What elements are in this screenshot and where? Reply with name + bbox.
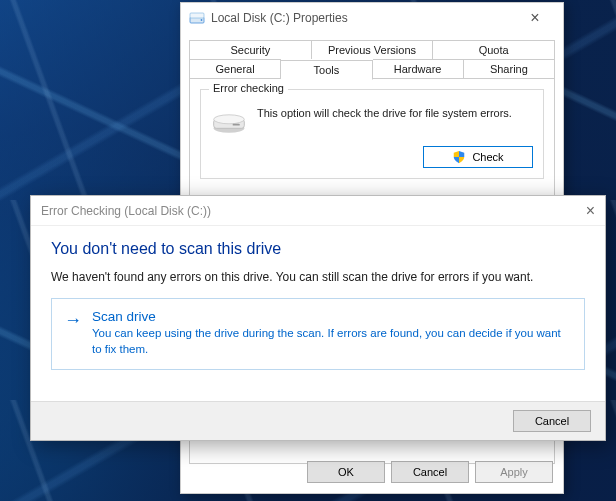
dialog-heading: You don't need to scan this drive [51,240,585,258]
scan-drive-desc: You can keep using the drive during the … [92,326,572,357]
error-checking-group: Error checking This option will check th… [200,89,544,179]
dialog-cancel-button[interactable]: Cancel [513,410,591,432]
scan-drive-option[interactable]: → Scan drive You can keep using the driv… [51,298,585,370]
tab-tools[interactable]: Tools [281,60,372,80]
svg-point-2 [201,19,203,21]
tab-previous-versions[interactable]: Previous Versions [312,40,434,59]
check-button-label: Check [472,151,503,163]
scan-drive-title: Scan drive [92,309,572,324]
disk-drive-icon [211,108,247,136]
shield-icon [452,150,466,164]
tab-security[interactable]: Security [189,40,312,59]
dialog-footer: Cancel [31,401,605,440]
dialog-message: We haven't found any errors on this driv… [51,270,585,284]
dialog-titlebar[interactable]: Error Checking (Local Disk (C:)) × [31,196,605,226]
error-checking-legend: Error checking [209,82,288,94]
ok-button[interactable]: OK [307,461,385,483]
arrow-right-icon: → [64,311,82,357]
error-checking-dialog: Error Checking (Local Disk (C:)) × You d… [30,195,606,441]
tabstrip: Security Previous Versions Quota General… [189,39,555,78]
properties-titlebar[interactable]: Local Disk (C:) Properties × [181,3,563,33]
apply-button[interactable]: Apply [475,461,553,483]
tab-hardware[interactable]: Hardware [373,59,464,79]
check-button[interactable]: Check [423,146,533,168]
cancel-button[interactable]: Cancel [391,461,469,483]
properties-title: Local Disk (C:) Properties [211,11,515,25]
svg-point-5 [214,115,245,124]
drive-icon [189,10,205,26]
error-checking-text: This option will check the drive for fil… [257,106,512,121]
svg-rect-6 [233,124,240,126]
svg-rect-1 [190,13,204,18]
properties-button-row: OK Cancel Apply [307,461,553,483]
properties-close-button[interactable]: × [515,6,555,30]
dialog-close-button[interactable]: × [563,202,595,220]
dialog-title: Error Checking (Local Disk (C:)) [41,204,563,218]
tab-sharing[interactable]: Sharing [464,59,555,79]
tab-general[interactable]: General [189,59,281,79]
tab-quota[interactable]: Quota [433,40,555,59]
